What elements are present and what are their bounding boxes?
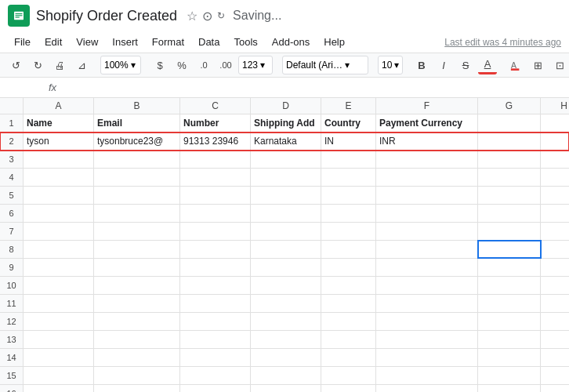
cell-b6[interactable] — [94, 205, 180, 222]
row-number[interactable]: 16 — [0, 385, 24, 392]
cell-e6[interactable] — [321, 205, 376, 222]
col-header-h[interactable]: H — [541, 98, 569, 114]
formula-input[interactable] — [61, 82, 564, 93]
cell-a9[interactable] — [24, 259, 94, 276]
cell-g7[interactable] — [478, 223, 541, 240]
row-number[interactable]: 3 — [0, 151, 24, 168]
cell-f1[interactable]: Payment Currency — [376, 114, 478, 132]
cell-e9[interactable] — [321, 259, 376, 276]
col-header-f[interactable]: F — [376, 98, 478, 114]
menu-format[interactable]: Format — [146, 33, 190, 51]
last-edit-text[interactable]: Last edit was 4 minutes ago — [444, 37, 561, 48]
cell-a8[interactable] — [24, 241, 94, 258]
currency-button[interactable]: $ — [150, 56, 169, 74]
undo-button[interactable]: ↺ — [6, 56, 25, 74]
cell-c1[interactable]: Number — [180, 114, 251, 132]
cell-c8[interactable] — [180, 241, 251, 258]
cell-d4[interactable] — [251, 169, 321, 186]
cell-g1[interactable] — [478, 114, 541, 132]
col-header-b[interactable]: B — [94, 98, 180, 114]
cell-c5[interactable] — [180, 187, 251, 204]
cell-c2[interactable]: 91313 23946 — [180, 132, 251, 150]
cell-b9[interactable] — [94, 259, 180, 276]
cell-f6[interactable] — [376, 205, 478, 222]
cell-e1[interactable]: Country — [321, 114, 376, 132]
row-number[interactable]: 7 — [0, 223, 24, 240]
col-header-e[interactable]: E — [321, 98, 376, 114]
row-number[interactable]: 4 — [0, 169, 24, 186]
cell-d2[interactable]: Karnataka — [251, 132, 321, 150]
cell-f5[interactable] — [376, 187, 478, 204]
decimal-more-button[interactable]: .00 — [216, 56, 235, 74]
font-select[interactable]: Default (Ari… ▾ — [282, 56, 368, 74]
italic-button[interactable]: I — [434, 56, 453, 74]
cell-c9[interactable] — [180, 259, 251, 276]
cell-h1[interactable] — [541, 114, 569, 132]
cell-d3[interactable] — [251, 151, 321, 168]
row-number[interactable]: 9 — [0, 259, 24, 276]
cell-b4[interactable] — [94, 169, 180, 186]
row-number[interactable]: 12 — [0, 313, 24, 330]
cell-f7[interactable] — [376, 223, 478, 240]
zoom-select[interactable]: 100% ▾ — [100, 56, 141, 74]
cell-c4[interactable] — [180, 169, 251, 186]
fill-color-button[interactable]: A — [506, 56, 525, 74]
cell-e5[interactable] — [321, 187, 376, 204]
cell-h4[interactable] — [541, 169, 569, 186]
menu-help[interactable]: Help — [317, 33, 351, 51]
paint-format-button[interactable]: ⊿ — [72, 56, 91, 74]
decimal-less-button[interactable]: .0 — [194, 56, 213, 74]
merge-button[interactable]: ⊡ — [550, 56, 569, 74]
cell-h3[interactable] — [541, 151, 569, 168]
cell-h7[interactable] — [541, 223, 569, 240]
cell-a1[interactable]: Name — [24, 114, 94, 132]
cell-f3[interactable] — [376, 151, 478, 168]
row-number[interactable]: 8 — [0, 241, 24, 258]
cell-b5[interactable] — [94, 187, 180, 204]
star-icon[interactable]: ☆ — [187, 9, 198, 24]
col-header-d[interactable]: D — [251, 98, 321, 114]
borders-button[interactable]: ⊞ — [528, 56, 547, 74]
cell-b8[interactable] — [94, 241, 180, 258]
drive-icon[interactable]: ⊙ — [202, 9, 212, 24]
cell-g5[interactable] — [478, 187, 541, 204]
cell-b1[interactable]: Email — [94, 114, 180, 132]
cell-f4[interactable] — [376, 169, 478, 186]
cell-b3[interactable] — [94, 151, 180, 168]
col-header-c[interactable]: C — [180, 98, 251, 114]
print-button[interactable]: 🖨 — [50, 56, 69, 74]
cell-d7[interactable] — [251, 223, 321, 240]
underline-button[interactable]: A — [478, 56, 497, 74]
cell-c7[interactable] — [180, 223, 251, 240]
cell-g6[interactable] — [478, 205, 541, 222]
strikethrough-button[interactable]: S — [456, 56, 475, 74]
menu-data[interactable]: Data — [192, 33, 226, 51]
menu-tools[interactable]: Tools — [227, 33, 263, 51]
cell-d8[interactable] — [251, 241, 321, 258]
cell-g9[interactable] — [478, 259, 541, 276]
cell-h5[interactable] — [541, 187, 569, 204]
number-format-select[interactable]: 123 ▾ — [238, 56, 273, 74]
cell-e4[interactable] — [321, 169, 376, 186]
cell-a6[interactable] — [24, 205, 94, 222]
percent-button[interactable]: % — [172, 56, 191, 74]
cell-h9[interactable] — [541, 259, 569, 276]
cell-c6[interactable] — [180, 205, 251, 222]
cell-h6[interactable] — [541, 205, 569, 222]
menu-edit[interactable]: Edit — [38, 33, 68, 51]
cell-e2[interactable]: IN — [321, 132, 376, 150]
cell-d9[interactable] — [251, 259, 321, 276]
bold-button[interactable]: B — [412, 56, 431, 74]
row-number[interactable]: 13 — [0, 331, 24, 348]
redo-button[interactable]: ↻ — [28, 56, 47, 74]
cell-d6[interactable] — [251, 205, 321, 222]
col-header-a[interactable]: A — [24, 98, 94, 114]
row-number[interactable]: 2 — [0, 132, 24, 150]
cell-a5[interactable] — [24, 187, 94, 204]
cell-e3[interactable] — [321, 151, 376, 168]
menu-addons[interactable]: Add-ons — [266, 33, 316, 51]
cell-g3[interactable] — [478, 151, 541, 168]
cell-e7[interactable] — [321, 223, 376, 240]
menu-insert[interactable]: Insert — [106, 33, 144, 51]
cell-b7[interactable] — [94, 223, 180, 240]
